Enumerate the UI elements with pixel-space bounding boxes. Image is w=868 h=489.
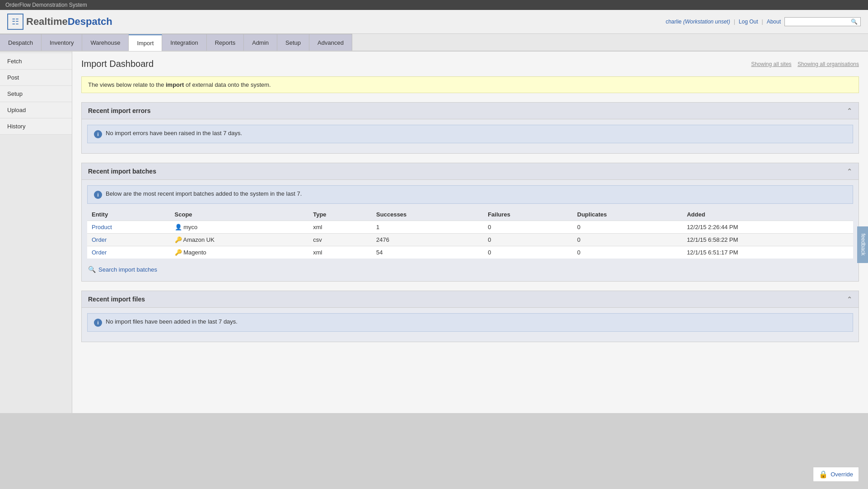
feedback-label: feedback (860, 234, 867, 256)
search-box[interactable]: 🔍 (784, 17, 861, 26)
cell-failures: 0 (483, 234, 573, 246)
header: ☷ RealtimeDespatch charlie (Workstation … (0, 10, 868, 34)
recent-errors-title: Recent import errors (88, 107, 150, 114)
files-info-icon: i (94, 319, 102, 327)
cell-added: 12/1/15 6:51:17 PM (682, 246, 853, 259)
cell-entity: Order (87, 234, 170, 246)
nav-warehouse[interactable]: Warehouse (82, 34, 129, 51)
entity-link[interactable]: Order (92, 249, 107, 256)
col-entity: Entity (87, 208, 170, 221)
table-row: Product👤 mycoxml10012/2/15 2:26:44 PM (87, 221, 853, 234)
nav-reports[interactable]: Reports (207, 34, 244, 51)
person-icon: 👤 (175, 224, 182, 230)
col-successes: Successes (372, 208, 483, 221)
nav-integration[interactable]: Integration (162, 34, 206, 51)
table-row: Order🔑 Amazon UKcsv24760012/1/15 6:58:22… (87, 234, 853, 246)
cell-entity: Product (87, 221, 170, 234)
sidebar-item-history[interactable]: History (0, 118, 72, 135)
recent-errors-header: Recent import errors ⌃ (82, 103, 859, 119)
errors-info-row: i No import errors have been raised in t… (87, 125, 853, 143)
logo-despatch: Despatch (68, 16, 112, 27)
content-area: Import Dashboard Showing all sites Showi… (72, 52, 868, 413)
info-banner: The views below relate to the import of … (81, 76, 859, 93)
user-link[interactable]: charlie (Workstation unset) (666, 19, 730, 25)
about-link[interactable]: About (767, 19, 781, 25)
cell-failures: 0 (483, 246, 573, 259)
nav-inventory[interactable]: Inventory (42, 34, 82, 51)
cell-failures: 0 (483, 221, 573, 234)
logout-link[interactable]: Log Out (739, 19, 758, 25)
cell-scope: 🔑 Amazon UK (170, 234, 309, 246)
search-batches-link[interactable]: 🔍 Search import batches (87, 263, 853, 276)
recent-errors-body: i No import errors have been raised in t… (82, 119, 859, 153)
showing-sites-link[interactable]: Showing all sites (751, 61, 791, 67)
cell-successes: 54 (372, 246, 483, 259)
logo: ☷ RealtimeDespatch (7, 14, 112, 30)
cell-type: xml (308, 221, 372, 234)
cell-added: 12/2/15 2:26:44 PM (682, 221, 853, 234)
sidebar: Fetch Post Setup Upload History (0, 52, 72, 413)
cell-successes: 1 (372, 221, 483, 234)
sidebar-item-post[interactable]: Post (0, 70, 72, 86)
header-right: charlie (Workstation unset) | Log Out | … (666, 17, 861, 26)
logo-realtime: Realtime (26, 16, 68, 27)
batches-table: Entity Scope Type Successes Failures Dup… (87, 208, 853, 259)
search-icon: 🔍 (88, 266, 96, 273)
recent-files-header: Recent import files ⌃ (82, 291, 859, 308)
recent-batches-title: Recent import batches (88, 168, 156, 175)
page-title: Import Dashboard (81, 59, 154, 69)
collapse-batches-icon[interactable]: ⌃ (847, 168, 852, 175)
showing-organisations-link[interactable]: Showing all organisations (798, 61, 859, 67)
batches-info-row: i Below are the most recent import batch… (87, 185, 853, 204)
col-type: Type (308, 208, 372, 221)
app-title: OrderFlow Demonstration System (5, 2, 87, 8)
files-message: No import files have been added in the l… (106, 318, 238, 325)
collapse-files-icon[interactable]: ⌃ (847, 296, 852, 303)
nav-import[interactable]: Import (129, 34, 162, 51)
cell-duplicates: 0 (573, 246, 682, 259)
cell-scope: 🔑 Magento (170, 246, 309, 259)
entity-link[interactable]: Order (92, 236, 107, 243)
errors-message: No import errors have been raised in the… (106, 130, 242, 136)
key-icon: 🔑 (175, 236, 182, 243)
cell-entity: Order (87, 246, 170, 259)
sidebar-item-upload[interactable]: Upload (0, 102, 72, 118)
nav-setup[interactable]: Setup (277, 34, 309, 51)
recent-batches-section: Recent import batches ⌃ i Below are the … (81, 163, 859, 282)
table-row: Order🔑 Magentoxml540012/1/15 6:51:17 PM (87, 246, 853, 259)
cell-type: csv (308, 234, 372, 246)
cell-added: 12/1/15 6:58:22 PM (682, 234, 853, 246)
recent-batches-header: Recent import batches ⌃ (82, 163, 859, 180)
key-icon: 🔑 (175, 249, 182, 256)
main-layout: Fetch Post Setup Upload History Import D… (0, 52, 868, 413)
collapse-errors-icon[interactable]: ⌃ (847, 107, 852, 114)
recent-batches-body: i Below are the most recent import batch… (82, 180, 859, 281)
sidebar-item-fetch[interactable]: Fetch (0, 53, 72, 70)
top-bar: OrderFlow Demonstration System (0, 0, 868, 10)
feedback-tab[interactable]: feedback (858, 226, 868, 263)
nav-admin[interactable]: Admin (244, 34, 277, 51)
info-icon: i (94, 130, 102, 138)
batches-info-icon: i (94, 191, 102, 199)
col-duplicates: Duplicates (573, 208, 682, 221)
recent-files-section: Recent import files ⌃ i No import files … (81, 291, 859, 342)
search-input[interactable] (788, 19, 851, 25)
page-title-links: Showing all sites Showing all organisati… (747, 61, 859, 67)
logo-text: RealtimeDespatch (26, 16, 112, 28)
cell-scope: 👤 myco (170, 221, 309, 234)
search-batches-container: 🔍 Search import batches (87, 263, 853, 276)
nav-despatch[interactable]: Despatch (0, 34, 42, 51)
nav: Despatch Inventory Warehouse Import Inte… (0, 34, 868, 52)
sidebar-item-setup[interactable]: Setup (0, 86, 72, 102)
cell-successes: 2476 (372, 234, 483, 246)
nav-advanced[interactable]: Advanced (309, 34, 352, 51)
recent-errors-section: Recent import errors ⌃ i No import error… (81, 102, 859, 154)
cell-duplicates: 0 (573, 234, 682, 246)
page-title-row: Import Dashboard Showing all sites Showi… (81, 59, 859, 69)
entity-link[interactable]: Product (92, 224, 112, 230)
search-batches-label: Search import batches (98, 266, 157, 273)
cell-type: xml (308, 246, 372, 259)
col-scope: Scope (170, 208, 309, 221)
recent-files-title: Recent import files (88, 296, 145, 303)
files-info-row: i No import files have been added in the… (87, 313, 853, 332)
